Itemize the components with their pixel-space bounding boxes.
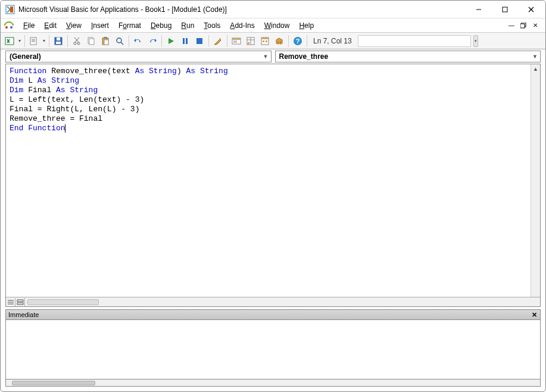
object-combo[interactable]: (General) ▼ — [5, 51, 272, 62]
mdi-minimize-icon[interactable]: — — [506, 21, 517, 30]
vba-icon — [3, 20, 15, 32]
help-button[interactable]: ? — [291, 35, 304, 48]
immediate-header[interactable]: Immediate ✕ — [5, 309, 541, 320]
svg-rect-29 — [183, 38, 185, 44]
immediate-close-button[interactable]: ✕ — [529, 310, 539, 319]
svg-point-18 — [74, 42, 76, 45]
menu-file[interactable]: File — [18, 20, 39, 31]
immediate-window: Immediate ✕ — [5, 309, 541, 387]
redo-button[interactable] — [146, 35, 159, 48]
cursor-position: Ln 7, Col 13 — [310, 37, 355, 45]
menu-insert[interactable]: Insert — [86, 20, 114, 31]
find-button[interactable] — [113, 35, 126, 48]
menu-window[interactable]: Window — [260, 20, 295, 31]
insert-module-button[interactable] — [27, 35, 40, 48]
code-text[interactable]: Function Remove_three(text As String) As… — [6, 64, 540, 136]
code-pane: Function Remove_three(text As String) As… — [5, 64, 541, 307]
toolbar-options-button[interactable]: ▾ — [473, 35, 478, 47]
menu-addins[interactable]: Add-Ins — [225, 20, 259, 31]
chevron-down-icon: ▼ — [263, 54, 269, 59]
save-button[interactable] — [52, 35, 65, 48]
svg-rect-25 — [104, 37, 107, 39]
properties-button[interactable] — [244, 35, 257, 48]
svg-point-7 — [10, 26, 13, 29]
menu-debug[interactable]: Debug — [146, 20, 176, 31]
svg-line-20 — [75, 37, 79, 42]
view-excel-button[interactable] — [3, 35, 16, 48]
horizontal-scrollbar[interactable] — [27, 299, 99, 305]
svg-rect-33 — [232, 38, 241, 40]
dropdown-icon[interactable]: ▾ — [17, 38, 22, 43]
svg-point-27 — [117, 38, 121, 43]
svg-point-19 — [77, 42, 80, 45]
svg-rect-1 — [10, 7, 13, 12]
cut-button[interactable] — [70, 35, 83, 48]
object-combo-value: (General) — [10, 52, 263, 61]
close-button[interactable] — [518, 1, 544, 18]
svg-rect-30 — [186, 38, 188, 44]
object-browser-button[interactable] — [258, 35, 272, 48]
immediate-title: Immediate — [8, 311, 39, 318]
code-editor[interactable]: Function Remove_three(text As String) As… — [6, 64, 540, 297]
immediate-body[interactable] — [5, 320, 541, 380]
mdi-restore-icon[interactable] — [518, 21, 529, 30]
menu-tools[interactable]: Tools — [199, 20, 225, 31]
maximize-button[interactable] — [492, 1, 518, 18]
svg-rect-16 — [57, 37, 60, 40]
reset-button[interactable] — [193, 35, 206, 48]
full-module-view-button[interactable] — [15, 298, 25, 306]
svg-rect-9 — [520, 24, 525, 28]
code-dropdowns: (General) ▼ Remove_three ▼ — [1, 49, 545, 64]
toolbox-button[interactable] — [273, 35, 286, 48]
procedure-combo-value: Remove_three — [279, 52, 533, 61]
svg-rect-3 — [503, 7, 507, 12]
svg-rect-49 — [17, 303, 23, 305]
design-mode-button[interactable] — [211, 35, 224, 48]
mdi-close-icon[interactable]: ✕ — [530, 21, 541, 30]
dropdown-icon[interactable]: ▾ — [42, 38, 46, 43]
menu-run[interactable]: Run — [176, 20, 199, 31]
procedure-view-button[interactable] — [6, 298, 15, 306]
scroll-up-icon[interactable]: ▲ — [531, 64, 540, 74]
status-box — [358, 35, 471, 47]
svg-rect-40 — [261, 37, 269, 39]
immediate-scrollbar[interactable] — [5, 380, 541, 387]
minimize-button[interactable] — [466, 1, 492, 18]
code-footer — [6, 297, 540, 306]
svg-line-28 — [121, 42, 123, 45]
break-button[interactable] — [179, 35, 192, 48]
svg-rect-23 — [89, 39, 94, 45]
svg-rect-48 — [17, 300, 23, 302]
mdi-controls: — ✕ — [506, 21, 543, 30]
menu-help[interactable]: Help — [294, 20, 319, 31]
svg-rect-11 — [30, 37, 36, 45]
svg-rect-10 — [5, 37, 14, 45]
svg-line-21 — [74, 37, 79, 42]
svg-text:?: ? — [296, 37, 300, 45]
toolbar: ▾ ▾ ? Ln 7, Col 13 ▾ — [1, 33, 545, 49]
svg-rect-31 — [196, 38, 202, 44]
menu-format[interactable]: Format — [114, 20, 146, 31]
svg-rect-42 — [266, 40, 267, 42]
run-button[interactable] — [164, 35, 177, 48]
svg-rect-26 — [104, 40, 108, 45]
chevron-down-icon: ▼ — [532, 54, 538, 59]
menubar: File Edit View Insert Format Debug Run T… — [1, 18, 545, 33]
svg-point-6 — [5, 26, 8, 29]
paste-button[interactable] — [99, 35, 112, 48]
vertical-scrollbar[interactable]: ▲ — [531, 64, 540, 297]
svg-rect-17 — [56, 42, 61, 44]
menu-edit[interactable]: Edit — [39, 20, 61, 31]
window-title: Microsoft Visual Basic for Applications … — [18, 5, 466, 14]
undo-button[interactable] — [132, 35, 145, 48]
procedure-combo[interactable]: Remove_three ▼ — [275, 51, 541, 62]
svg-rect-41 — [263, 40, 264, 42]
menu-view[interactable]: View — [61, 20, 86, 31]
titlebar: Microsoft Visual Basic for Applications … — [1, 1, 545, 18]
app-icon — [5, 5, 15, 14]
copy-button[interactable] — [85, 35, 98, 48]
project-explorer-button[interactable] — [230, 35, 243, 48]
